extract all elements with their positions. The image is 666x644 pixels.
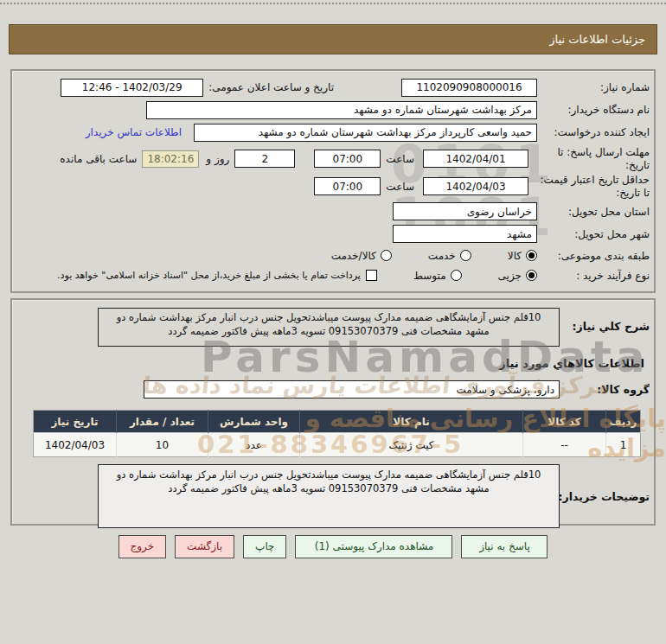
col-goods-code: کد کالا (523, 411, 606, 433)
action-buttons-row: پاسخ به نیاز مشاهده مدارک پیوستی (1) چاپ… (0, 534, 666, 558)
radio-goods-service-label: کالا/خدمت (331, 250, 376, 262)
validity-hour-label: ساعت (386, 181, 414, 193)
deadline-label: مهلت ارسال پاسخ: تا تاریخ: (528, 146, 650, 172)
need-desc-row: شرح کلي نیاز: 10قلم جنس آزمایشگاهی ضمیمه… (16, 308, 650, 347)
radio-medium-label: متوسط (413, 270, 446, 282)
creator-input[interactable]: حمید واسعی کارپرداز مرکز بهداشت شهرستان … (194, 124, 537, 142)
col-row-number: ردیف (606, 411, 641, 433)
buyer-org-row: نام دستگاه خریدار: مرکز بهداشت شهرستان ش… (16, 99, 650, 120)
announce-label: تاریخ و ساعت اعلان عمومی: (208, 81, 334, 93)
radio-medium[interactable] (451, 270, 462, 281)
creator-row: ایجاد کننده درخواست: حمید واسعی کارپرداز… (16, 122, 650, 143)
radio-goods[interactable] (526, 250, 537, 261)
need-number-row: شماره نیاز: 1102090908000016 تاریخ و ساع… (16, 77, 650, 98)
province-input[interactable]: خراسان رضوی (393, 202, 537, 220)
cell-quantity: 10 (117, 433, 208, 457)
goods-group-label: گروه کالا: (560, 383, 650, 396)
buyer-notes-label: توضیحات خریدار: (560, 490, 650, 503)
radio-service-label: خدمت (428, 250, 456, 262)
validity-date-input[interactable]: 1402/04/03 (423, 177, 528, 195)
validity-row: حداقل تاریخ اعتبار قیمت: تا تاریخ: 1402/… (16, 173, 650, 200)
radio-partial[interactable] (526, 270, 537, 281)
page-title-bar: جزئیات اطلاعات نیاز (9, 24, 657, 54)
general-info-panel: شماره نیاز: 1102090908000016 تاریخ و ساع… (10, 69, 656, 293)
need-number-input[interactable]: 1102090908000016 (401, 79, 537, 97)
top-dotted-divider (0, 3, 666, 4)
city-label: شهر محل تحویل: (537, 228, 650, 240)
need-desc-label: شرح کلي نیاز: (560, 308, 650, 333)
goods-info-panel: شرح کلي نیاز: 10قلم جنس آزمایشگاهی ضمیمه… (10, 298, 656, 526)
goods-group-input[interactable]: دارو، پزشکی و سلامت (144, 380, 560, 399)
need-desc-box[interactable]: 10قلم جنس آزمایشگاهی ضمیمه مدارک پیوست م… (98, 308, 560, 347)
province-label: استان محل تحویل: (537, 206, 650, 218)
col-goods-name: نام کالا (300, 411, 523, 433)
validity-label: حداقل تاریخ اعتبار قیمت: تا تاریخ: (528, 174, 650, 200)
col-need-date: تاریخ نیاز (34, 411, 117, 433)
process-type-label: نوع فرآیند خرید : (537, 270, 650, 282)
back-button[interactable]: بازگشت (175, 535, 234, 558)
col-count-unit: واحد شمارش (208, 411, 300, 433)
deadline-date-input[interactable]: 1402/04/01 (423, 150, 528, 168)
announce-datetime-input[interactable]: 1402/03/29 - 12:46 (61, 79, 203, 97)
remaining-label: ساعت باقی مانده (60, 153, 137, 165)
cell-row-number: 1 (606, 433, 641, 457)
deadline-days-label: روز و (206, 153, 229, 165)
treasury-checkbox[interactable] (366, 270, 377, 281)
buyer-notes-row: توضیحات خریدار: 10قلم جنس آزمایشگاهی ضمی… (16, 464, 650, 528)
cell-goods-name: کیت ژنتیک (300, 433, 523, 457)
exit-button[interactable]: خروج (118, 535, 167, 558)
view-attachments-button[interactable]: مشاهده مدارک پیوستی (1) (295, 535, 452, 558)
city-row: شهر محل تحویل: مشهد (16, 223, 650, 245)
cell-goods-code: -- (523, 433, 606, 457)
radio-partial-label: جزیی (498, 270, 522, 282)
process-type-row: نوع فرآیند خرید : جزیی متوسط پرداخت تمام… (16, 265, 650, 285)
province-row: استان محل تحویل: خراسان رضوی (16, 201, 650, 222)
deadline-days-input[interactable]: 2 (234, 150, 295, 168)
print-button[interactable]: چاپ (243, 535, 286, 558)
goods-table: ردیف کد کالا نام کالا واحد شمارش تعداد /… (33, 410, 641, 457)
radio-service[interactable] (460, 250, 471, 261)
radio-goods-label: کالا (508, 250, 522, 262)
city-input[interactable]: مشهد (393, 225, 537, 243)
need-details-page: { "window": { "title": "جزئیات اطلاعات ن… (0, 0, 666, 644)
respond-to-need-button[interactable]: پاسخ به نیاز (461, 535, 548, 558)
page-title: جزئیات اطلاعات نیاز (549, 33, 645, 46)
buyer-org-input[interactable]: مرکز بهداشت شهرستان شماره دو مشهد (146, 101, 537, 119)
countdown-timer: 18:02:16 (142, 150, 199, 168)
goods-table-header-row: ردیف کد کالا نام کالا واحد شمارش تعداد /… (34, 411, 641, 433)
creator-label: ایجاد کننده درخواست: (537, 126, 650, 138)
goods-section-title: اطلاعات کالاهاي مورد نیاز (16, 357, 644, 370)
goods-group-row: گروه کالا: دارو، پزشکی و سلامت (16, 379, 650, 400)
classification-row: طبقه بندی موضوعی: کالا خدمت کالا/خدمت (16, 245, 650, 265)
cell-count-unit: عدد (208, 433, 300, 457)
treasury-note: پرداخت تمام یا بخشی از مبلغ خرید،از محل … (57, 270, 361, 281)
validity-time-input[interactable]: 07:00 (314, 177, 381, 195)
deadline-hour-label: ساعت (386, 153, 414, 165)
deadline-row: مهلت ارسال پاسخ: تا تاریخ: 1402/04/01 سا… (16, 145, 650, 172)
classification-label: طبقه بندی موضوعی: (537, 250, 650, 262)
radio-goods-service[interactable] (381, 250, 392, 261)
need-number-label: شماره نیاز: (537, 81, 650, 93)
goods-table-row: 1 -- کیت ژنتیک عدد 10 1402/04/03 (34, 433, 641, 457)
cell-need-date: 1402/04/03 (34, 433, 117, 457)
deadline-time-input[interactable]: 07:00 (314, 150, 381, 168)
col-quantity: تعداد / مقدار (117, 411, 208, 433)
buyer-notes-box[interactable]: 10قلم جنس آزمایشگاهی ضمیمه مدارک پیوست م… (98, 464, 560, 528)
buyer-org-label: نام دستگاه خریدار: (537, 104, 650, 116)
buyer-contact-link[interactable]: اطلاعات تماس خریدار (86, 126, 182, 138)
